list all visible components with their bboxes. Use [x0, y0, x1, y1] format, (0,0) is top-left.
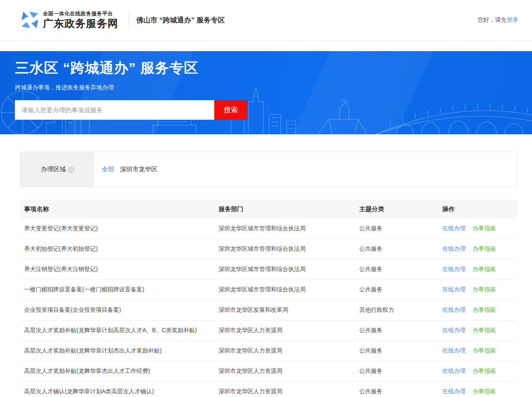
search-button[interactable]: 搜索	[214, 100, 248, 120]
item-name: 高层次人才奖励补贴(龙舞华章计划杰出人才奖励补贴)	[20, 347, 214, 355]
item-category: 公共服务	[355, 245, 438, 253]
search-input[interactable]	[15, 100, 214, 120]
filter-label-cell: 办理区域 !	[20, 152, 94, 187]
info-circle-icon[interactable]: !	[68, 167, 74, 173]
item-name: 企业投资项目备案(企业投资项目备案)	[20, 306, 214, 314]
item-actions: 在线办理 办事指南	[438, 225, 517, 232]
item-actions: 在线办理 办事指南	[438, 306, 517, 314]
item-category: 公共服务	[355, 286, 438, 293]
main-content: 办理区域 ! 全部 深圳市龙华区 事项名称 服务部门 主题分类 操作 养犬变更登…	[0, 134, 532, 397]
table-row: 养犬注销登记(养犬注销登记) 深圳龙华区城市管理和综合执法局 公共服务 在线办理…	[20, 259, 517, 280]
col-header-department: 服务部门	[214, 205, 355, 213]
service-guide-link[interactable]: 办事指南	[473, 367, 496, 374]
logo-text: 全国一体化在线政务服务平台 广东政务服务网	[43, 10, 118, 30]
service-guide-link[interactable]: 办事指南	[473, 327, 496, 333]
filter-options: 全部 深圳市龙华区	[94, 152, 160, 187]
table-header-row: 事项名称 服务部门 主题分类 操作	[20, 200, 517, 219]
table-row: 高层次人才奖励补贴(龙舞华章杰出人才工作经费) 深圳市龙华区人力资源局 公共服务…	[20, 361, 517, 382]
search-bar: 搜索	[15, 100, 248, 120]
region-filter: 办理区域 ! 全部 深圳市龙华区	[20, 152, 517, 187]
greeting-text: 您好，请先	[478, 16, 507, 23]
hero-subtitle: 跨城通办事项，推进政务服务异地办理	[15, 84, 517, 91]
service-guide-link[interactable]: 办事指南	[473, 388, 496, 395]
item-category: 公共服务	[355, 367, 438, 375]
online-handle-link[interactable]: 在线办理	[442, 388, 466, 395]
table-row: 高层次人才确认(龙舞华章计划A类高层次人才确认) 深圳市龙华区人力资源局 公共服…	[20, 382, 517, 397]
header-divider	[129, 12, 129, 27]
item-actions: 在线办理 办事指南	[438, 347, 517, 355]
services-table: 事项名称 服务部门 主题分类 操作 养犬变更登记(养犬变更登记) 深圳龙华区城市…	[20, 200, 517, 397]
col-header-actions: 操作	[438, 205, 517, 213]
item-name: 高层次人才奖励补贴(龙舞华章计划高层次人才A、B、C类奖励补贴)	[20, 327, 214, 334]
top-header: 全国一体化在线政务服务平台 广东政务服务网 佛山市 “跨城通办” 服务专区 您好…	[0, 0, 532, 40]
item-department: 深圳市龙华区人力资源局	[214, 388, 355, 395]
site-logo[interactable]: 全国一体化在线政务服务平台 广东政务服务网	[21, 10, 118, 30]
online-handle-link[interactable]: 在线办理	[442, 266, 466, 272]
online-handle-link[interactable]: 在线办理	[442, 245, 466, 252]
pinwheel-logo-icon	[21, 11, 39, 29]
filter-label: 办理区域	[41, 165, 66, 173]
platform-tagline: 全国一体化在线政务服务平台	[43, 10, 118, 17]
online-handle-link[interactable]: 在线办理	[442, 306, 466, 313]
item-department: 深圳龙华区城市管理和综合执法局	[214, 266, 355, 273]
user-greeting: 您好，请先登录	[478, 16, 518, 24]
col-header-item-name: 事项名称	[20, 205, 214, 213]
item-department: 深圳市龙华区人力资源局	[214, 347, 355, 355]
item-category: 公共服务	[355, 327, 438, 334]
item-name: 养犬注销登记(养犬注销登记)	[20, 266, 214, 273]
online-handle-link[interactable]: 在线办理	[442, 225, 466, 232]
item-actions: 在线办理 办事指南	[438, 266, 517, 273]
table-row: 养犬变更登记(养犬变更登记) 深圳龙华区城市管理和综合执法局 公共服务 在线办理…	[20, 219, 517, 239]
item-department: 深圳龙华区城市管理和综合执法局	[214, 286, 355, 293]
item-actions: 在线办理 办事指南	[438, 286, 517, 293]
item-department: 深圳龙华区城市管理和综合执法局	[214, 245, 355, 253]
item-department: 深圳市龙华区人力资源局	[214, 367, 355, 375]
col-header-category: 主题分类	[355, 205, 438, 213]
item-name: 高层次人才奖励补贴(龙舞华章杰出人才工作经费)	[20, 367, 214, 375]
item-department: 深圳市龙华区人力资源局	[214, 327, 355, 334]
item-name: 养犬变更登记(养犬变更登记)	[20, 225, 214, 232]
item-actions: 在线办理 办事指南	[438, 388, 517, 395]
service-guide-link[interactable]: 办事指南	[473, 266, 496, 272]
item-actions: 在线办理 办事指南	[438, 367, 517, 375]
table-row: 养犬初始登记(养犬初始登记) 深圳龙华区城市管理和综合执法局 公共服务 在线办理…	[20, 239, 517, 259]
table-row: 高层次人才奖励补贴(龙舞华章计划高层次人才A、B、C类奖励补贴) 深圳市龙华区人…	[20, 321, 517, 341]
site-name: 广东政务服务网	[43, 17, 118, 30]
service-guide-link[interactable]: 办事指南	[473, 225, 496, 232]
item-department: 深圳市龙华区发展和改革局	[214, 306, 355, 314]
header-section-title: 佛山市 “跨城通办” 服务专区	[136, 15, 225, 25]
online-handle-link[interactable]: 在线办理	[442, 327, 466, 333]
item-department: 深圳龙华区城市管理和综合执法局	[214, 225, 355, 232]
table-row: 一楼门楣招牌设置备案(一楼门楣招牌设置备案) 深圳龙华区城市管理和综合执法局 公…	[20, 280, 517, 300]
filter-option-longhua[interactable]: 深圳市龙华区	[117, 165, 160, 173]
item-name: 养犬初始登记(养犬初始登记)	[20, 245, 214, 253]
item-name: 一楼门楣招牌设置备案(一楼门楣招牌设置备案)	[20, 286, 214, 293]
login-link[interactable]: 登录	[507, 16, 518, 23]
service-guide-link[interactable]: 办事指南	[473, 306, 496, 313]
item-category: 公共服务	[355, 388, 438, 395]
service-guide-link[interactable]: 办事指南	[473, 245, 496, 252]
hero-banner: 三水区 “跨城通办” 服务专区 跨城通办事项，推进政务服务异地办理 搜索	[0, 51, 532, 134]
filter-option-all[interactable]: 全部	[99, 165, 117, 173]
item-category: 公共服务	[355, 266, 438, 273]
table-row: 企业投资项目备案(企业投资项目备案) 深圳市龙华区发展和改革局 其他行政权力 在…	[20, 300, 517, 321]
table-row: 高层次人才奖励补贴(龙舞华章计划杰出人才奖励补贴) 深圳市龙华区人力资源局 公共…	[20, 341, 517, 361]
item-actions: 在线办理 办事指南	[438, 327, 517, 334]
item-actions: 在线办理 办事指南	[438, 245, 517, 253]
item-name: 高层次人才确认(龙舞华章计划A类高层次人才确认)	[20, 388, 214, 395]
online-handle-link[interactable]: 在线办理	[442, 367, 466, 374]
online-handle-link[interactable]: 在线办理	[442, 286, 466, 293]
item-category: 其他行政权力	[355, 306, 438, 314]
online-handle-link[interactable]: 在线办理	[442, 347, 466, 354]
item-category: 公共服务	[355, 225, 438, 232]
hero-title: 三水区 “跨城通办” 服务专区	[15, 59, 517, 78]
service-guide-link[interactable]: 办事指南	[473, 347, 496, 354]
item-category: 公共服务	[355, 347, 438, 355]
service-guide-link[interactable]: 办事指南	[473, 286, 496, 293]
table-body: 养犬变更登记(养犬变更登记) 深圳龙华区城市管理和综合执法局 公共服务 在线办理…	[20, 219, 517, 397]
